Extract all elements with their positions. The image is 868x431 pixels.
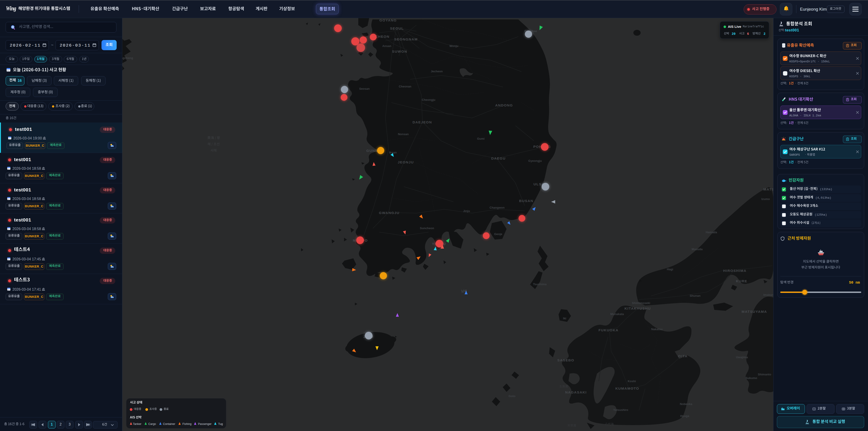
svg-text:BUSAN: BUSAN xyxy=(519,199,533,203)
svg-text:GOYANG: GOYANG xyxy=(379,18,397,22)
svg-text:Jecheon: Jecheon xyxy=(431,70,443,73)
svg-text:GWANGJU: GWANGJU xyxy=(379,211,399,215)
svg-text:Hamada: Hamada xyxy=(706,230,717,234)
svg-text:KITAKYUSHU: KITAKYUSHU xyxy=(625,306,651,310)
svg-text:Wonju: Wonju xyxy=(450,44,458,48)
svg-text:Sukumo: Sukumo xyxy=(745,376,757,380)
svg-text:MATSUYAMA: MATSUYAMA xyxy=(742,310,767,313)
svg-text:Nobeoka: Nobeoka xyxy=(680,402,692,406)
svg-text:Shimanto: Shimanto xyxy=(758,373,771,376)
svg-text:Geoje: Geoje xyxy=(494,232,502,236)
svg-text:Imabari: Imabari xyxy=(763,293,773,297)
svg-text:NAGASAKI: NAGASAKI xyxy=(565,390,587,394)
svg-text:Cheongju: Cheongju xyxy=(422,98,435,101)
svg-text:Goto: Goto xyxy=(508,394,515,398)
svg-text:OITA: OITA xyxy=(678,354,688,358)
svg-text:Munakata: Munakata xyxy=(610,312,624,316)
svg-text:DAEJEON: DAEJEON xyxy=(412,120,432,124)
svg-text:SASEBO: SASEBO xyxy=(557,358,574,362)
svg-text:Seosan: Seosan xyxy=(359,87,370,90)
svg-text:Cheonan: Cheonan xyxy=(399,85,411,88)
svg-text:Jinju: Jinju xyxy=(463,209,470,213)
svg-text:Hyuga: Hyuga xyxy=(680,414,689,418)
svg-text:KURE: KURE xyxy=(736,279,747,283)
svg-text:Koshi: Koshi xyxy=(628,379,636,383)
svg-text:Ansan: Ansan xyxy=(382,44,391,48)
svg-text:Iki: Iki xyxy=(563,317,566,320)
svg-text:SUWON: SUWON xyxy=(392,50,407,53)
svg-text:Shunan: Shunan xyxy=(690,294,701,298)
svg-text:MATSUE: MATSUE xyxy=(763,187,773,191)
svg-text:Gyeongju: Gyeongju xyxy=(528,159,542,162)
svg-text:ANDONG: ANDONG xyxy=(495,103,513,107)
svg-text:Uwajima: Uwajima xyxy=(736,356,748,359)
svg-text:Yatsushiro: Yatsushiro xyxy=(613,408,628,411)
svg-text:Nonsan: Nonsan xyxy=(398,132,409,136)
svg-text:Suncheon: Suncheon xyxy=(420,226,434,230)
svg-text:Rongcheng: Rongcheng xyxy=(122,56,133,60)
svg-text:FUKUOKA: FUKUOKA xyxy=(598,328,619,332)
svg-text:Hagi: Hagi xyxy=(667,268,673,271)
svg-text:SEONGNAM: SEONGNAM xyxy=(394,37,418,41)
svg-text:Gumi: Gumi xyxy=(477,137,485,140)
svg-text:DAEGU: DAEGU xyxy=(491,156,506,160)
svg-text:Changwon: Changwon xyxy=(490,206,504,209)
svg-text:Nakatsu: Nakatsu xyxy=(651,328,663,331)
svg-text:HIROSHIMA: HIROSHIMA xyxy=(723,269,746,273)
svg-text:Masuda: Masuda xyxy=(692,247,703,251)
svg-text:KUMAMOTO: KUMAMOTO xyxy=(615,387,639,390)
svg-text:JEONJU: JEONJU xyxy=(398,160,414,164)
svg-text:SEOUL: SEOUL xyxy=(390,26,404,30)
svg-text:Tsushima: Tsushima xyxy=(533,282,547,286)
svg-text:Izumo: Izumo xyxy=(761,197,770,201)
svg-text:Shimonoseki: Shimonoseki xyxy=(632,301,650,305)
